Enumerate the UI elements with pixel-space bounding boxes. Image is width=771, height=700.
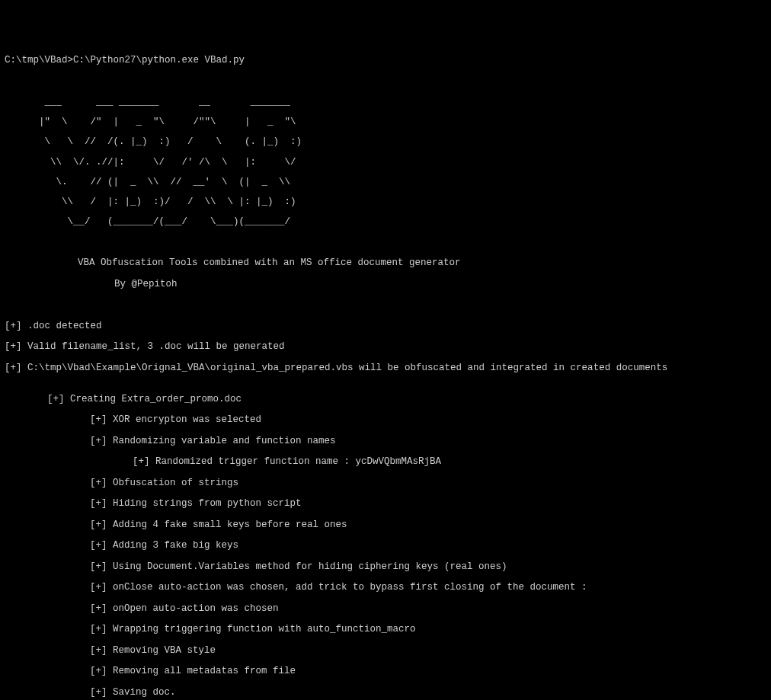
- terminal-output: C:\tmp\VBad>C:\Python27\python.exe VBad.…: [5, 45, 766, 700]
- prompt-line: C:\tmp\VBad>C:\Python27\python.exe VBad.…: [5, 56, 766, 66]
- ascii-logo-line: ___ ___ _______ __ _______: [5, 97, 766, 107]
- status-line: [+] C:\tmp\Vbad\Example\Orignal_VBA\orig…: [5, 363, 766, 374]
- ascii-logo-line: \\ / |: |_) :)/ / \\ \ |: |_) :): [5, 197, 766, 207]
- step-line: [+] onOpen auto-action was chosen: [5, 604, 766, 615]
- step-line: [+] Obfuscation of strings: [5, 478, 766, 489]
- step-line: [+] onClose auto-action was chosen, add …: [5, 583, 766, 593]
- trigger-line: [+] Randomized trigger function name : y…: [5, 457, 766, 468]
- ascii-logo-line: \\ \/. .//|: \/ /' /\ \ |: \/: [5, 158, 766, 168]
- step-line: [+] Adding 4 fake small keys before real…: [5, 520, 766, 531]
- step-line: [+] Wrapping triggering function with au…: [5, 625, 766, 635]
- description-line: VBA Obfuscation Tools combined with an M…: [5, 258, 766, 269]
- step-line: [+] Using Document.Variables method for …: [5, 562, 766, 573]
- ascii-logo-line: \__/ (_______/(___/ \___)(_______/: [5, 217, 766, 227]
- author-line: By @Pepitoh: [5, 280, 766, 290]
- status-line: [+] Valid filename_list, 3 .doc will be …: [5, 342, 766, 353]
- ascii-logo-line: |" \ /" | _ "\ /""\ | _ "\: [5, 117, 766, 127]
- step-line: [+] Hiding strings from python script: [5, 499, 766, 510]
- step-line: [+] Removing VBA style: [5, 646, 766, 657]
- step-line: [+] Saving doc.: [5, 688, 766, 698]
- step-line: [+] Randomizing variable and function na…: [5, 436, 766, 447]
- create-doc-line: [+] Creating Extra_order_promo.doc: [5, 395, 766, 405]
- step-line: [+] Adding 3 fake big keys: [5, 541, 766, 551]
- step-line: [+] XOR encrypton was selected: [5, 415, 766, 426]
- ascii-logo-line: \ \ // /(. |_) :) / \ (. |_) :): [5, 137, 766, 147]
- status-line: [+] .doc detected: [5, 321, 766, 332]
- ascii-logo-line: \. // (| _ \\ // __' \ (| _ \\: [5, 177, 766, 187]
- step-line: [+] Removing all metadatas from file: [5, 666, 766, 677]
